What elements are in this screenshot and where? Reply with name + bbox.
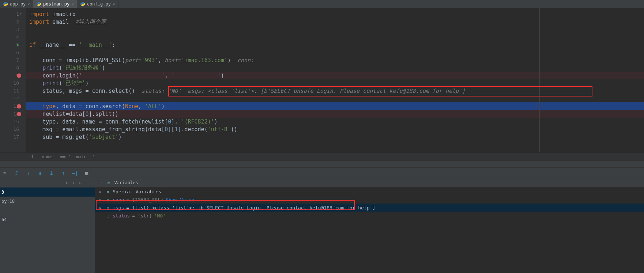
code-line-1: import imaplib bbox=[26, 10, 644, 18]
line-number: 16 bbox=[13, 126, 19, 132]
up-arrow-icon[interactable]: ↑ bbox=[72, 180, 75, 185]
code-line-2: import email #导入两个库 bbox=[26, 18, 644, 26]
code-line-14: newlist=data[0].split() bbox=[26, 110, 644, 118]
frame-spacer bbox=[0, 206, 95, 215]
annotation-box bbox=[168, 86, 592, 96]
run-icon[interactable]: ▶ bbox=[17, 42, 19, 47]
tab-config-py[interactable]: config.py × bbox=[77, 0, 118, 8]
close-icon[interactable]: × bbox=[71, 2, 74, 7]
svg-point-2 bbox=[38, 2, 38, 3]
code-line-13: type, data = conn.search(None, 'ALL') bbox=[26, 102, 644, 110]
step-into-icon[interactable]: ↓ bbox=[25, 170, 31, 176]
menu-icon[interactable]: ≡ bbox=[1, 170, 8, 176]
breakpoint-icon[interactable] bbox=[17, 73, 21, 78]
margin-guide bbox=[539, 8, 540, 152]
step-over-icon[interactable]: ⤴ bbox=[13, 170, 20, 176]
annotation-box bbox=[96, 200, 355, 210]
line-number: 3 bbox=[16, 27, 19, 32]
line-number: 12 bbox=[13, 96, 19, 101]
var-label: Special Variables bbox=[113, 189, 161, 194]
debug-toolbar: ≡ ⤴ ↓ ⇊ ⤓ ↑ →| ▦ bbox=[0, 168, 644, 178]
tab-label: postman.py bbox=[43, 1, 69, 7]
str-icon: ▢ bbox=[105, 213, 110, 218]
step-out-icon[interactable]: ↑ bbox=[60, 170, 67, 176]
line-number: 1 bbox=[16, 11, 19, 17]
frames-nav: ↻ ↑ ↓ bbox=[0, 178, 95, 187]
editor-tabs: app.py × postman.py × config.py × bbox=[0, 0, 644, 8]
code-editor[interactable]: 1⊟ 2 3 4 5▶ 6 7 8 9 10 11 12 13 14 15 16… bbox=[0, 8, 644, 152]
svg-point-1 bbox=[6, 5, 6, 6]
down-arrow-icon[interactable]: ↓ bbox=[78, 180, 81, 185]
tab-app-py[interactable]: app.py × bbox=[0, 0, 33, 8]
frame-row[interactable]: 3 bbox=[0, 187, 95, 197]
close-icon[interactable]: × bbox=[27, 2, 30, 7]
svg-point-3 bbox=[39, 5, 39, 6]
svg-point-5 bbox=[83, 5, 83, 6]
evaluate-icon[interactable]: ▦ bbox=[83, 170, 90, 176]
force-step-icon[interactable]: ⤓ bbox=[48, 170, 55, 176]
expand-icon[interactable]: ▶ bbox=[99, 190, 103, 194]
run-to-cursor-icon[interactable]: →| bbox=[72, 170, 78, 176]
frame-row[interactable]: 64 bbox=[0, 215, 95, 224]
variables-header: →· ▤ Variables bbox=[95, 178, 644, 187]
close-icon[interactable]: × bbox=[113, 2, 115, 7]
line-number: 15 bbox=[13, 119, 19, 124]
line-number: 8 bbox=[16, 65, 19, 71]
tab-postman-py[interactable]: postman.py × bbox=[33, 0, 77, 8]
breadcrumb-text: if __name__ == '__main__' bbox=[29, 154, 95, 159]
panel-separator[interactable] bbox=[0, 160, 644, 168]
fold-icon[interactable]: ⊟ bbox=[20, 12, 25, 16]
svg-point-0 bbox=[5, 2, 5, 3]
frames-panel[interactable]: ↻ ↑ ↓ 3 py:18 64 bbox=[0, 178, 95, 273]
line-number: 11 bbox=[13, 88, 19, 94]
code-line-15: type, data, name = conn.fetch(newlist[0]… bbox=[26, 118, 644, 125]
variables-panel[interactable]: →· ▤ Variables ▶ ▦ Special Variables ▶ ▤… bbox=[95, 178, 644, 273]
line-number: 4 bbox=[16, 34, 19, 40]
back-arrow-icon[interactable]: →· bbox=[98, 180, 103, 185]
python-icon bbox=[3, 1, 8, 7]
code-line-3 bbox=[26, 26, 644, 33]
breakpoint-icon[interactable] bbox=[17, 112, 21, 116]
group-icon: ▦ bbox=[105, 189, 110, 194]
var-status[interactable]: ▢ status = {str} 'NO' bbox=[95, 212, 644, 220]
python-icon bbox=[36, 1, 41, 7]
step-into-my-icon[interactable]: ⇊ bbox=[37, 170, 43, 176]
line-number: 2 bbox=[16, 19, 19, 24]
code-line-9: conn.login(' ', ' ') bbox=[26, 72, 644, 79]
code-text[interactable]: import imaplib import email #导入两个库 if __… bbox=[26, 8, 644, 152]
tab-label: config.py bbox=[87, 1, 111, 7]
breakpoint-icon[interactable] bbox=[17, 104, 21, 109]
var-value: 'NO' bbox=[154, 213, 166, 219]
code-line-10: print('已登陆') bbox=[26, 79, 644, 87]
python-icon bbox=[80, 1, 85, 7]
code-line-8: print('已连接服务器') bbox=[26, 64, 644, 72]
var-special[interactable]: ▶ ▦ Special Variables bbox=[95, 187, 644, 196]
line-number: 10 bbox=[13, 80, 19, 86]
code-line-5: if __name__ == '__main__': bbox=[26, 41, 644, 49]
code-line-17: sub = msg.get('subject') bbox=[26, 133, 644, 141]
frame-location[interactable]: py:18 bbox=[0, 197, 95, 206]
gutter[interactable]: 1⊟ 2 3 4 5▶ 6 7 8 9 10 11 12 13 14 15 16… bbox=[0, 8, 26, 152]
restart-icon[interactable]: ↻ bbox=[66, 180, 68, 185]
tab-label: app.py bbox=[10, 1, 26, 7]
line-number: 6 bbox=[16, 50, 19, 55]
code-line-6 bbox=[26, 49, 644, 56]
svg-point-4 bbox=[82, 2, 82, 3]
variables-icon: ▤ bbox=[106, 180, 111, 185]
code-line-4 bbox=[26, 33, 644, 41]
code-line-7: conn = imaplib.IMAP4_SSL(port='993', hos… bbox=[26, 56, 644, 64]
code-line-16: msg = email.message_from_string(data[0][… bbox=[26, 125, 644, 133]
debug-panel: ↻ ↑ ↓ 3 py:18 64 →· ▤ Variables ▶ ▦ Spec… bbox=[0, 178, 644, 273]
variables-title: Variables bbox=[114, 180, 138, 185]
var-type: = {str} bbox=[132, 213, 152, 219]
breadcrumb[interactable]: if __name__ == '__main__' bbox=[0, 152, 644, 160]
line-number: 7 bbox=[16, 57, 19, 63]
var-name: status bbox=[113, 213, 130, 219]
line-number: 17 bbox=[13, 134, 19, 140]
